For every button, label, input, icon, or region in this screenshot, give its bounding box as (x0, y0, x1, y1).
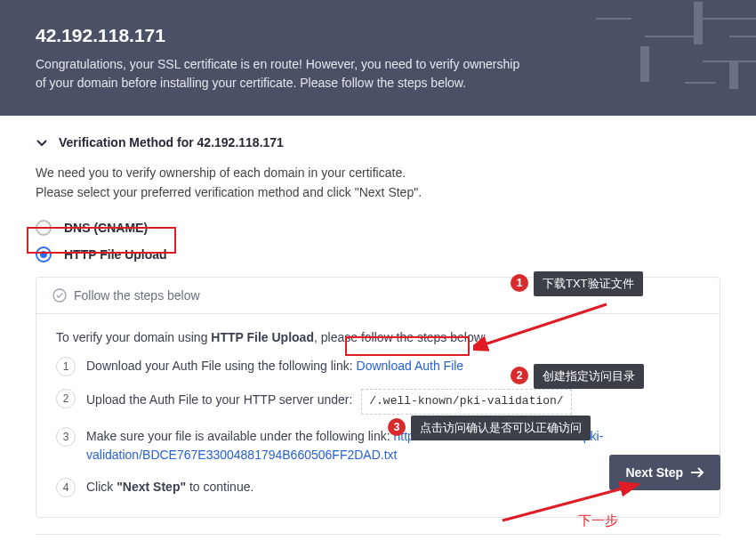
annotation-label-1: 下载TXT验证文件 (534, 271, 643, 296)
intro-line2: Please select your preferred verificatio… (36, 183, 720, 203)
step-3: 3 Make sure your file is available under… (56, 427, 700, 465)
svg-point-0 (53, 289, 66, 302)
chevron-down-icon (36, 136, 48, 149)
step-number-icon: 3 (56, 427, 76, 447)
step3-text: Make sure your file is available under t… (86, 429, 394, 443)
download-auth-file-link[interactable]: Download Auth File (357, 359, 464, 373)
annotation-label-3: 点击访问确认是否可以正确访问 (411, 416, 591, 440)
section-verification-method[interactable]: Verification Method for 42.192.118.171 (36, 116, 720, 158)
check-circle-icon (52, 288, 67, 303)
annotation-highlight (345, 336, 470, 356)
next-step-label: Next Step (625, 465, 683, 480)
annotation-badge: 1 (511, 274, 528, 292)
step-number-icon: 2 (56, 389, 76, 408)
step2-text: Upload the Auth File to your HTTP server… (86, 392, 352, 407)
step-4: 4 Click "Next Step" to continue. (56, 478, 700, 497)
next-step-button[interactable]: Next Step (609, 455, 720, 490)
section-finalize[interactable]: Finalize (36, 534, 720, 549)
annotation-badge: 2 (511, 367, 528, 384)
header-ip: 42.192.118.171 (36, 25, 720, 46)
annotation-badge: 3 (388, 418, 406, 436)
step-number-icon: 4 (56, 478, 76, 497)
step-2: 2 Upload the Auth File to your HTTP serv… (56, 389, 700, 414)
header-line1: Congratulations, your SSL certificate is… (36, 55, 720, 74)
annotation-label-2: 创建指定访问目录 (534, 364, 644, 389)
page-header: 42.192.118.171 Congratulations, your SSL… (0, 0, 756, 116)
panel-header-text: Follow the steps below (74, 288, 200, 303)
annotation-highlight (27, 227, 176, 254)
step-number-icon: 1 (56, 357, 76, 376)
section-title: Verification Method for 42.192.118.171 (59, 135, 284, 149)
header-line2: of your domain before installing your ce… (36, 74, 720, 93)
intro-line1: We need you to verify ownership of each … (36, 164, 720, 183)
annotation-next-cn: 下一步 (578, 513, 618, 529)
step1-text: Download your Auth File using the follow… (86, 359, 357, 373)
arrow-right-icon (690, 467, 704, 478)
upload-path: /.well-known/pki-validation/ (361, 389, 571, 414)
section-intro: We need you to verify ownership of each … (36, 158, 720, 214)
